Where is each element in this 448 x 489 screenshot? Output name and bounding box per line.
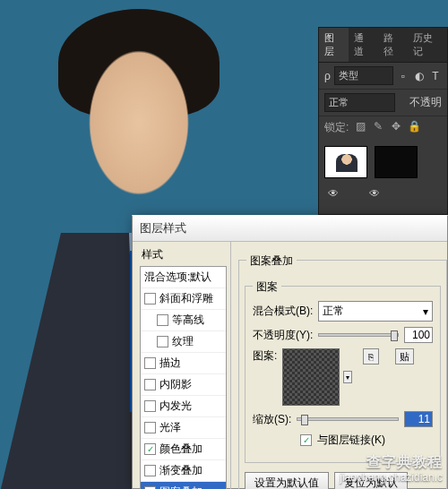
opacity-label: 不透明度(Y): (253, 328, 313, 343)
watermark-brand: 查字典教程 (340, 453, 443, 472)
lock-label: 锁定: (324, 120, 349, 135)
tab-history[interactable]: 历史记 (408, 28, 447, 62)
kind-dropdown[interactable]: 类型 (334, 66, 393, 85)
layer-style-dialog: 图层样式 样式 混合选项:默认 斜面和浮雕 等高线 纹理 描边 内阴影 内发光 … (132, 215, 448, 489)
snap-origin-button[interactable]: ⎘ (363, 348, 379, 365)
style-inner-shadow[interactable]: 内阴影 (141, 374, 226, 396)
opacity-value[interactable]: 100 (404, 327, 433, 343)
blend-mode-dropdown[interactable]: 正常 (324, 93, 395, 112)
styles-list: 混合选项:默认 斜面和浮雕 等高线 纹理 描边 内阴影 内发光 光泽 颜色叠加 … (140, 266, 227, 489)
styles-header: 样式 (140, 247, 227, 262)
section-title: 图案叠加 (246, 253, 297, 269)
filter-pixel-icon[interactable]: ▫ (397, 70, 409, 82)
layer-thumbnails (319, 139, 447, 185)
blend-mode-select[interactable]: 正常▾ (318, 301, 433, 322)
style-inner-glow[interactable]: 内发光 (141, 396, 226, 417)
scale-slider[interactable] (297, 417, 399, 421)
tab-channels[interactable]: 通道 (349, 28, 378, 62)
style-contour[interactable]: 等高线 (141, 310, 226, 331)
settings-column: 图案叠加 图案 混合模式(B): 正常▾ 不透明度(Y): 100 (231, 242, 447, 489)
lock-transparent-icon[interactable]: ▨ (354, 120, 366, 133)
watermark-url: jiaocheng.chazidian.c (340, 471, 443, 485)
set-default-button[interactable]: 设置为默认值 (245, 472, 329, 489)
lock-all-icon[interactable]: 🔒 (408, 120, 420, 133)
link-with-layer-label: 与图层链接(K) (317, 433, 385, 448)
pattern-picker-arrow[interactable]: ▾ (343, 371, 352, 383)
paste-button[interactable]: 贴 (395, 348, 414, 365)
filter-type-icon[interactable]: T (429, 70, 442, 82)
blend-options-item[interactable]: 混合选项:默认 (141, 267, 226, 288)
layer-thumb-2[interactable] (375, 146, 418, 178)
blend-mode-label: 混合模式(B): (253, 304, 313, 319)
chevron-down-icon: ▾ (423, 305, 428, 318)
styles-column: 样式 混合选项:默认 斜面和浮雕 等高线 纹理 描边 内阴影 内发光 光泽 颜色… (133, 242, 231, 489)
style-satin[interactable]: 光泽 (141, 417, 226, 439)
kind-label: ρ (324, 70, 331, 82)
visibility-icon-2[interactable]: 👁 (369, 187, 383, 198)
watermark: 查字典教程 jiaocheng.chazidian.c (340, 453, 443, 485)
tab-paths[interactable]: 路径 (378, 28, 408, 62)
filter-adjust-icon[interactable]: ◐ (413, 70, 426, 82)
pattern-label: 图案: (253, 348, 277, 364)
group-title: 图案 (253, 279, 281, 295)
layer-thumb-1[interactable] (324, 146, 367, 178)
style-pattern-overlay[interactable]: 图案叠加 (141, 482, 226, 489)
pattern-swatch[interactable] (282, 348, 340, 406)
lock-position-icon[interactable]: ✥ (390, 120, 402, 133)
lock-pixels-icon[interactable]: ✎ (372, 120, 384, 133)
style-color-overlay[interactable]: 颜色叠加 (141, 439, 226, 460)
scale-value[interactable]: 11 (404, 411, 433, 427)
dialog-title: 图层样式 (133, 216, 447, 242)
style-texture[interactable]: 纹理 (141, 331, 226, 353)
style-stroke[interactable]: 描边 (141, 353, 226, 374)
lock-row: 锁定: ▨ ✎ ✥ 🔒 (319, 116, 447, 139)
layers-panel: 图层 通道 路径 历史记 ρ 类型 ▫ ◐ T 正常 不透明 锁定: ▨ ✎ ✥… (318, 27, 448, 215)
visibility-icon-1[interactable]: 👁 (328, 187, 342, 198)
opacity-label: 不透明 (409, 95, 442, 110)
scale-label: 缩放(S): (253, 412, 291, 427)
tab-layers[interactable]: 图层 (319, 28, 349, 62)
panel-tabs: 图层 通道 路径 历史记 (319, 28, 447, 63)
style-gradient-overlay[interactable]: 渐变叠加 (141, 460, 226, 482)
link-with-layer-checkbox[interactable] (300, 434, 312, 446)
opacity-slider[interactable] (318, 333, 399, 337)
style-bevel[interactable]: 斜面和浮雕 (141, 288, 226, 310)
